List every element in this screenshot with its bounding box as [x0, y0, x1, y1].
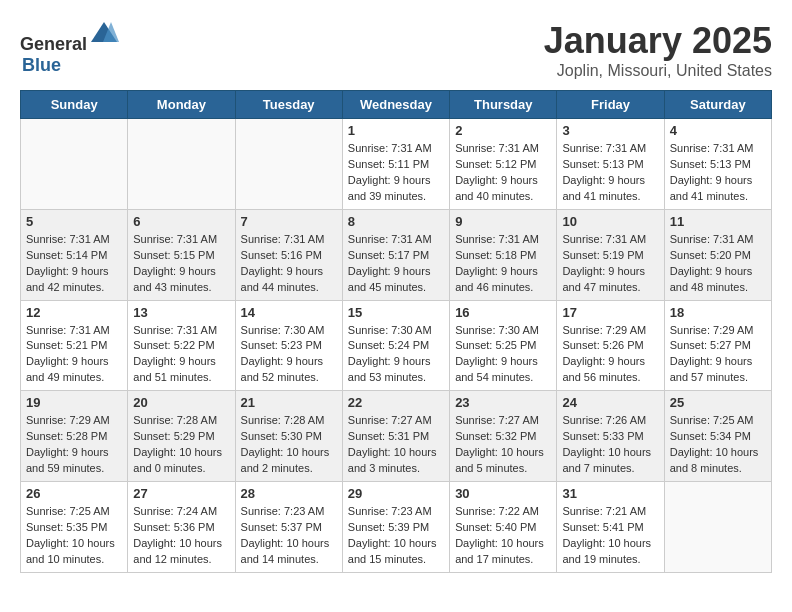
day-number: 19 [26, 395, 122, 410]
day-info: Sunrise: 7:29 AM Sunset: 5:27 PM Dayligh… [670, 323, 766, 387]
day-info: Sunrise: 7:31 AM Sunset: 5:21 PM Dayligh… [26, 323, 122, 387]
calendar-cell: 10Sunrise: 7:31 AM Sunset: 5:19 PM Dayli… [557, 209, 664, 300]
calendar-cell: 21Sunrise: 7:28 AM Sunset: 5:30 PM Dayli… [235, 391, 342, 482]
calendar-cell: 31Sunrise: 7:21 AM Sunset: 5:41 PM Dayli… [557, 482, 664, 573]
calendar-cell: 19Sunrise: 7:29 AM Sunset: 5:28 PM Dayli… [21, 391, 128, 482]
day-number: 2 [455, 123, 551, 138]
day-info: Sunrise: 7:25 AM Sunset: 5:34 PM Dayligh… [670, 413, 766, 477]
calendar-body: 1Sunrise: 7:31 AM Sunset: 5:11 PM Daylig… [21, 119, 772, 573]
calendar-cell: 17Sunrise: 7:29 AM Sunset: 5:26 PM Dayli… [557, 300, 664, 391]
calendar-cell: 3Sunrise: 7:31 AM Sunset: 5:13 PM Daylig… [557, 119, 664, 210]
day-info: Sunrise: 7:31 AM Sunset: 5:15 PM Dayligh… [133, 232, 229, 296]
day-number: 29 [348, 486, 444, 501]
week-row-1: 1Sunrise: 7:31 AM Sunset: 5:11 PM Daylig… [21, 119, 772, 210]
day-info: Sunrise: 7:31 AM Sunset: 5:18 PM Dayligh… [455, 232, 551, 296]
day-info: Sunrise: 7:31 AM Sunset: 5:20 PM Dayligh… [670, 232, 766, 296]
week-row-3: 12Sunrise: 7:31 AM Sunset: 5:21 PM Dayli… [21, 300, 772, 391]
day-of-week-wednesday: Wednesday [342, 91, 449, 119]
day-info: Sunrise: 7:22 AM Sunset: 5:40 PM Dayligh… [455, 504, 551, 568]
day-number: 6 [133, 214, 229, 229]
calendar-cell: 20Sunrise: 7:28 AM Sunset: 5:29 PM Dayli… [128, 391, 235, 482]
day-of-week-monday: Monday [128, 91, 235, 119]
calendar-cell: 8Sunrise: 7:31 AM Sunset: 5:17 PM Daylig… [342, 209, 449, 300]
day-number: 31 [562, 486, 658, 501]
calendar-cell: 1Sunrise: 7:31 AM Sunset: 5:11 PM Daylig… [342, 119, 449, 210]
day-info: Sunrise: 7:26 AM Sunset: 5:33 PM Dayligh… [562, 413, 658, 477]
day-number: 22 [348, 395, 444, 410]
day-info: Sunrise: 7:31 AM Sunset: 5:22 PM Dayligh… [133, 323, 229, 387]
day-of-week-sunday: Sunday [21, 91, 128, 119]
day-number: 13 [133, 305, 229, 320]
day-info: Sunrise: 7:31 AM Sunset: 5:12 PM Dayligh… [455, 141, 551, 205]
calendar-cell: 13Sunrise: 7:31 AM Sunset: 5:22 PM Dayli… [128, 300, 235, 391]
day-info: Sunrise: 7:27 AM Sunset: 5:32 PM Dayligh… [455, 413, 551, 477]
day-info: Sunrise: 7:23 AM Sunset: 5:37 PM Dayligh… [241, 504, 337, 568]
day-number: 7 [241, 214, 337, 229]
week-row-5: 26Sunrise: 7:25 AM Sunset: 5:35 PM Dayli… [21, 482, 772, 573]
calendar-cell: 9Sunrise: 7:31 AM Sunset: 5:18 PM Daylig… [450, 209, 557, 300]
day-number: 4 [670, 123, 766, 138]
day-number: 10 [562, 214, 658, 229]
day-info: Sunrise: 7:30 AM Sunset: 5:24 PM Dayligh… [348, 323, 444, 387]
day-info: Sunrise: 7:29 AM Sunset: 5:28 PM Dayligh… [26, 413, 122, 477]
day-number: 27 [133, 486, 229, 501]
day-number: 23 [455, 395, 551, 410]
day-info: Sunrise: 7:31 AM Sunset: 5:16 PM Dayligh… [241, 232, 337, 296]
day-number: 12 [26, 305, 122, 320]
day-number: 9 [455, 214, 551, 229]
page-header: General Blue January 2025 Joplin, Missou… [20, 20, 772, 80]
calendar-cell: 30Sunrise: 7:22 AM Sunset: 5:40 PM Dayli… [450, 482, 557, 573]
calendar-cell: 16Sunrise: 7:30 AM Sunset: 5:25 PM Dayli… [450, 300, 557, 391]
calendar-cell: 28Sunrise: 7:23 AM Sunset: 5:37 PM Dayli… [235, 482, 342, 573]
calendar-cell: 12Sunrise: 7:31 AM Sunset: 5:21 PM Dayli… [21, 300, 128, 391]
logo: General Blue [20, 20, 119, 76]
calendar-cell: 5Sunrise: 7:31 AM Sunset: 5:14 PM Daylig… [21, 209, 128, 300]
day-number: 8 [348, 214, 444, 229]
day-info: Sunrise: 7:28 AM Sunset: 5:29 PM Dayligh… [133, 413, 229, 477]
logo-blue: Blue [22, 55, 61, 75]
day-number: 24 [562, 395, 658, 410]
day-info: Sunrise: 7:31 AM Sunset: 5:11 PM Dayligh… [348, 141, 444, 205]
day-info: Sunrise: 7:23 AM Sunset: 5:39 PM Dayligh… [348, 504, 444, 568]
calendar-cell: 2Sunrise: 7:31 AM Sunset: 5:12 PM Daylig… [450, 119, 557, 210]
days-of-week-row: SundayMondayTuesdayWednesdayThursdayFrid… [21, 91, 772, 119]
day-info: Sunrise: 7:29 AM Sunset: 5:26 PM Dayligh… [562, 323, 658, 387]
week-row-4: 19Sunrise: 7:29 AM Sunset: 5:28 PM Dayli… [21, 391, 772, 482]
day-number: 17 [562, 305, 658, 320]
calendar-table: SundayMondayTuesdayWednesdayThursdayFrid… [20, 90, 772, 573]
day-number: 28 [241, 486, 337, 501]
day-number: 21 [241, 395, 337, 410]
calendar-header: SundayMondayTuesdayWednesdayThursdayFrid… [21, 91, 772, 119]
calendar-cell [21, 119, 128, 210]
calendar-cell: 6Sunrise: 7:31 AM Sunset: 5:15 PM Daylig… [128, 209, 235, 300]
logo-icon [89, 20, 119, 50]
day-number: 30 [455, 486, 551, 501]
day-number: 11 [670, 214, 766, 229]
day-info: Sunrise: 7:25 AM Sunset: 5:35 PM Dayligh… [26, 504, 122, 568]
calendar-cell [664, 482, 771, 573]
calendar-cell: 11Sunrise: 7:31 AM Sunset: 5:20 PM Dayli… [664, 209, 771, 300]
calendar-cell: 15Sunrise: 7:30 AM Sunset: 5:24 PM Dayli… [342, 300, 449, 391]
calendar-cell: 14Sunrise: 7:30 AM Sunset: 5:23 PM Dayli… [235, 300, 342, 391]
day-info: Sunrise: 7:31 AM Sunset: 5:14 PM Dayligh… [26, 232, 122, 296]
day-number: 1 [348, 123, 444, 138]
day-number: 18 [670, 305, 766, 320]
calendar-cell: 24Sunrise: 7:26 AM Sunset: 5:33 PM Dayli… [557, 391, 664, 482]
day-of-week-tuesday: Tuesday [235, 91, 342, 119]
day-number: 16 [455, 305, 551, 320]
calendar-cell: 25Sunrise: 7:25 AM Sunset: 5:34 PM Dayli… [664, 391, 771, 482]
day-number: 26 [26, 486, 122, 501]
day-number: 5 [26, 214, 122, 229]
day-info: Sunrise: 7:30 AM Sunset: 5:23 PM Dayligh… [241, 323, 337, 387]
calendar-cell: 29Sunrise: 7:23 AM Sunset: 5:39 PM Dayli… [342, 482, 449, 573]
calendar-cell: 23Sunrise: 7:27 AM Sunset: 5:32 PM Dayli… [450, 391, 557, 482]
calendar-cell [235, 119, 342, 210]
location: Joplin, Missouri, United States [544, 62, 772, 80]
month-title: January 2025 [544, 20, 772, 62]
week-row-2: 5Sunrise: 7:31 AM Sunset: 5:14 PM Daylig… [21, 209, 772, 300]
day-info: Sunrise: 7:31 AM Sunset: 5:19 PM Dayligh… [562, 232, 658, 296]
day-number: 20 [133, 395, 229, 410]
calendar-cell: 4Sunrise: 7:31 AM Sunset: 5:13 PM Daylig… [664, 119, 771, 210]
logo-general: General [20, 34, 87, 54]
calendar-cell: 22Sunrise: 7:27 AM Sunset: 5:31 PM Dayli… [342, 391, 449, 482]
